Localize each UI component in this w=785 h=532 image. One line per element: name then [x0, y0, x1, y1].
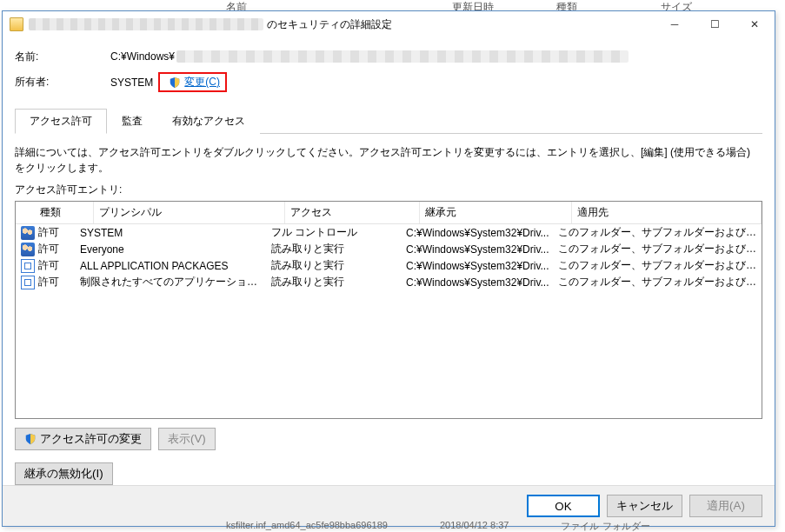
entries-label: アクセス許可エントリ:	[15, 183, 762, 197]
tabs: アクセス許可 監査 有効なアクセス	[15, 108, 762, 134]
tab-permissions[interactable]: アクセス許可	[15, 109, 107, 134]
obscured-path-segment	[176, 50, 629, 63]
change-owner-highlight: 変更(C)	[158, 72, 227, 92]
permission-entries-list[interactable]: 種類 プリンシパル アクセス 継承元 適用先 許可SYSTEMフル コントロール…	[15, 201, 762, 419]
title-suffix: のセキュリティの詳細設定	[267, 17, 392, 32]
table-row[interactable]: 許可制限されたすべてのアプリケーション パッケ...読み取りと実行C:¥Wind…	[16, 274, 762, 290]
shield-icon	[24, 433, 37, 445]
package-icon	[21, 276, 35, 289]
advanced-security-dialog: のセキュリティの詳細設定 ─ ☐ ✕ 名前: C:¥Windows¥ 所有者: …	[2, 10, 775, 527]
col-type[interactable]: 種類	[16, 202, 94, 223]
package-icon	[21, 259, 35, 273]
change-owner-link[interactable]: 変更(C)	[184, 75, 220, 90]
owner-label: 所有者:	[15, 75, 110, 90]
tab-effective-access[interactable]: 有効なアクセス	[157, 109, 260, 134]
apply-button: 適用(A)	[689, 495, 762, 517]
titlebar[interactable]: のセキュリティの詳細設定 ─ ☐ ✕	[3, 11, 775, 37]
name-label: 名前:	[15, 50, 110, 64]
table-row[interactable]: 許可Everyone読み取りと実行C:¥Windows¥System32¥Dri…	[16, 241, 762, 257]
table-row[interactable]: 許可ALL APPLICATION PACKAGES読み取りと実行C:¥Wind…	[16, 257, 762, 274]
minimize-button[interactable]: ─	[655, 11, 695, 37]
obscured-path	[29, 18, 263, 30]
col-inherited[interactable]: 継承元	[420, 202, 572, 223]
tab-auditing[interactable]: 監査	[107, 109, 157, 134]
ok-button[interactable]: OK	[527, 495, 600, 517]
background-explorer-row: ksfilter.inf_amd64_ac5fe98bba696189 2018…	[0, 520, 785, 532]
disable-inheritance-button[interactable]: 継承の無効化(I)	[15, 462, 113, 485]
shield-icon	[169, 76, 181, 89]
col-applies[interactable]: 適用先	[572, 202, 762, 223]
col-access[interactable]: アクセス	[285, 202, 420, 223]
view-button: 表示(V)	[158, 428, 216, 450]
col-principal[interactable]: プリンシパル	[94, 202, 285, 223]
users-icon	[21, 243, 35, 256]
folder-icon	[10, 17, 23, 31]
maximize-button[interactable]: ☐	[695, 11, 735, 37]
table-row[interactable]: 許可SYSTEMフル コントロールC:¥Windows¥System32¥Dri…	[16, 224, 762, 241]
users-icon	[21, 226, 35, 240]
name-value: C:¥Windows¥	[110, 50, 762, 63]
list-header[interactable]: 種類 プリンシパル アクセス 継承元 適用先	[16, 202, 762, 224]
change-permissions-button[interactable]: アクセス許可の変更	[15, 428, 151, 450]
cancel-button[interactable]: キャンセル	[607, 495, 682, 517]
instructions-text: 詳細については、アクセス許可エントリをダブルクリックしてください。アクセス許可エ…	[15, 144, 762, 176]
close-button[interactable]: ✕	[735, 11, 775, 37]
owner-value: SYSTEM	[110, 76, 153, 89]
